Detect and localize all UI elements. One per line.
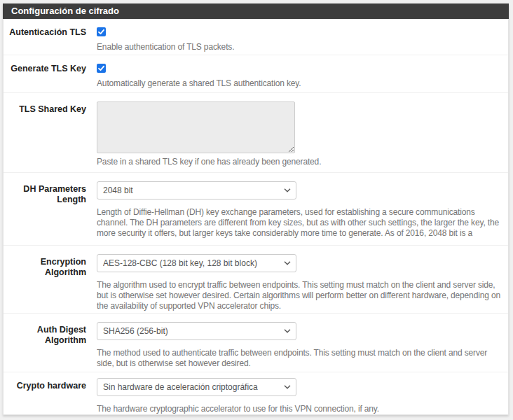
field-help: The hardware cryptographic accelerator t… xyxy=(97,404,504,414)
form-row-dh-parameters-length: DH Parameters Length 2048 bit Length of … xyxy=(4,173,508,246)
form-row-generate-tls-key: Generate TLS Key Automatically generate … xyxy=(4,55,508,93)
check-icon xyxy=(97,64,106,73)
field-help: The algorithm used to encrypt traffic be… xyxy=(97,280,504,312)
field-help: Automatically generate a shared TLS auth… xyxy=(97,78,504,89)
encryption-settings-panel: Configuración de cifrado Autenticación T… xyxy=(3,4,509,415)
field-help: Length of Diffie-Hellman (DH) key exchan… xyxy=(97,207,504,239)
form-row-crypto-hardware: Crypto hardware Sin hardware de acelerac… xyxy=(4,372,508,414)
field-help: The method used to authenticate traffic … xyxy=(97,348,504,369)
encryption-algorithm-select[interactable]: AES-128-CBC (128 bit key, 128 bit block) xyxy=(97,254,296,272)
field-label: DH Parameters Length xyxy=(4,181,86,245)
crypto-hardware-select[interactable]: Sin hardware de aceleración criptográfic… xyxy=(97,378,296,396)
field-label: Encryption Algorithm xyxy=(4,254,86,313)
panel-title: Configuración de cifrado xyxy=(3,4,509,19)
form-row-tls-shared-key: TLS Shared Key Paste in a shared TLS key… xyxy=(4,93,508,173)
field-label: Auth Digest Algorithm xyxy=(4,322,86,372)
tls-shared-key-textarea[interactable] xyxy=(97,102,295,153)
generate-tls-key-checkbox[interactable] xyxy=(97,64,106,73)
check-icon xyxy=(97,27,106,36)
form-row-auth-digest-algorithm: Auth Digest Algorithm SHA256 (256-bit) T… xyxy=(4,314,508,372)
form-row-encryption-algorithm: Encryption Algorithm AES-128-CBC (128 bi… xyxy=(4,246,508,314)
field-label: Generate TLS Key xyxy=(4,64,86,92)
form-row-tls-authentication: Autenticación TLS Enable authentication … xyxy=(4,19,508,55)
field-help: Paste in a shared TLS key if one has alr… xyxy=(97,157,504,167)
tls-authentication-checkbox[interactable] xyxy=(97,27,106,36)
field-label: Autenticación TLS xyxy=(4,27,86,55)
auth-digest-algorithm-select[interactable]: SHA256 (256-bit) xyxy=(97,322,296,340)
field-label: Crypto hardware xyxy=(4,378,86,414)
field-help: Enable authentication of TLS packets. xyxy=(97,42,504,52)
dh-parameters-length-select[interactable]: 2048 bit xyxy=(97,181,296,200)
field-label: TLS Shared Key xyxy=(4,102,86,172)
